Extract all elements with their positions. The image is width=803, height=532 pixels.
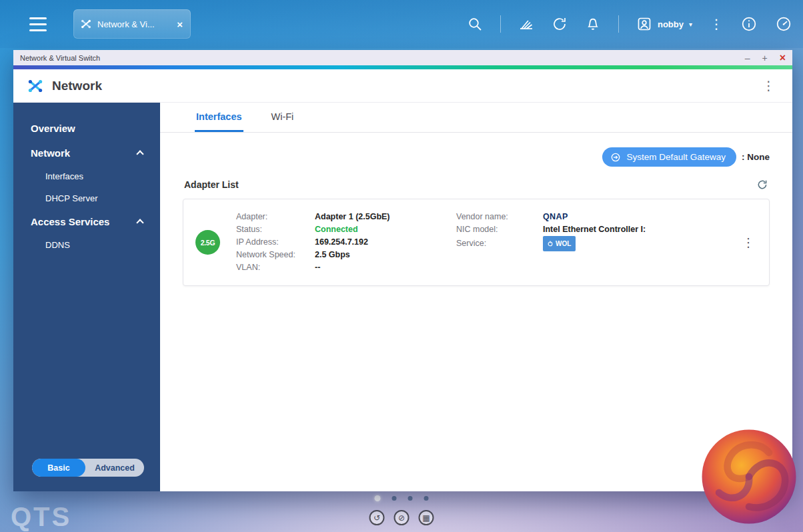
pager-dot-active[interactable] (375, 495, 381, 501)
pager-dot[interactable] (424, 496, 429, 501)
dashboard-icon[interactable] (775, 15, 792, 33)
interfaces-panel: System Default Gateway : None Adapter Li… (160, 133, 792, 491)
vlan-value: -- (315, 261, 320, 274)
maximize-button[interactable]: + (762, 53, 767, 63)
chevron-up-icon (136, 150, 143, 157)
adapter-list-header: Adapter List (184, 179, 768, 191)
adapter-list-title: Adapter List (184, 179, 239, 190)
basic-advanced-toggle: Basic Advanced (32, 459, 144, 477)
window-titlebar[interactable]: Network & Virtual Switch – + × (13, 50, 792, 65)
app-menu-kebab-icon[interactable]: ⋮ (758, 78, 779, 93)
taskbar-divider (500, 15, 501, 33)
show-desktop-icon[interactable]: ▦ (419, 510, 434, 525)
field-row: Network Speed: 2.5 Gbps (236, 249, 456, 261)
gateway-value: : None (742, 152, 770, 162)
help-icon[interactable] (740, 15, 758, 33)
gateway-icon (610, 152, 621, 163)
nic-model-value: Intel Ethernet Controller I: (543, 223, 646, 236)
page-title: Network (52, 79, 102, 93)
field-row: Adapter: Adapter 1 (2.5GbE) (236, 211, 456, 223)
sidebar-item-interfaces[interactable]: Interfaces (13, 165, 160, 187)
main-menu-icon[interactable] (29, 17, 47, 31)
taskbar-right: nobby ▾ ⋮ (467, 15, 803, 33)
taskbar-divider (618, 15, 619, 33)
network-app-icon (80, 18, 92, 30)
adapter-fields-left: Adapter: Adapter 1 (2.5GbE) Status: Conn… (236, 211, 456, 274)
pager-dot[interactable] (408, 496, 413, 501)
ip-address-value: 169.254.7.192 (315, 236, 368, 249)
tab-bar: Interfaces Wi-Fi (160, 103, 792, 133)
search-icon[interactable] (467, 16, 483, 32)
adapter-speed-badge: 2.5G (195, 230, 220, 255)
toggle-advanced[interactable]: Advanced (85, 463, 144, 473)
wol-service-badge: WOL (543, 236, 576, 251)
adapter-actions-kebab-icon[interactable]: ⋮ (738, 235, 758, 250)
prev-desktop-icon[interactable]: ↺ (369, 510, 385, 525)
kitguru-swirl-logo (699, 427, 799, 527)
resource-monitor-icon[interactable] (518, 16, 534, 32)
sidebar-item-ddns[interactable]: DDNS (13, 234, 160, 256)
field-row: IP Address: 169.254.7.192 (236, 236, 456, 249)
field-row: Status: Connected (236, 223, 456, 236)
network-speed-value: 2.5 Gbps (315, 249, 350, 261)
taskbar: Network & Vi... × (0, 0, 803, 48)
sidebar-item-access-services[interactable]: Access Services (13, 209, 160, 234)
taskbar-tab-label: Network & Vi... (97, 19, 170, 29)
field-row: Vendor name: QNAP (456, 211, 646, 223)
window-title: Network & Virtual Switch (20, 54, 100, 62)
adapter-fields-right: Vendor name: QNAP NIC model: Intel Ether… (456, 211, 646, 274)
sidebar-item-network[interactable]: Network (13, 141, 160, 165)
toggle-basic[interactable]: Basic (32, 459, 85, 477)
user-caret-down-icon: ▾ (689, 21, 692, 28)
field-row: Service: WOL (456, 236, 646, 251)
chevron-up-icon (136, 219, 143, 226)
app-header: Network ⋮ (13, 69, 792, 103)
notifications-icon[interactable] (585, 16, 601, 32)
field-row: NIC model: Intel Ethernet Controller I: (456, 223, 646, 236)
taskbar-tab-network[interactable]: Network & Vi... × (73, 9, 191, 39)
window-controls: – + × (745, 53, 786, 63)
status-badge: Connected (315, 223, 358, 236)
desktop-pager (375, 495, 429, 501)
adapter-card: 2.5G Adapter: Adapter 1 (2.5GbE) Status:… (183, 199, 770, 286)
tab-close-icon[interactable]: × (175, 18, 184, 31)
main-content: Interfaces Wi-Fi System Default Gateway (160, 103, 792, 491)
background-tasks-icon[interactable] (552, 16, 568, 32)
minimize-button[interactable]: – (745, 53, 750, 63)
user-avatar-icon (636, 16, 652, 32)
pager-dot[interactable] (392, 496, 397, 501)
refresh-icon[interactable] (756, 179, 768, 191)
system-default-gateway-button[interactable]: System Default Gateway (602, 147, 736, 167)
network-virtual-switch-window: Network & Virtual Switch – + × Network ⋮ (13, 50, 792, 491)
gateway-row: System Default Gateway : None (183, 147, 770, 167)
sidebar-item-dhcp-server[interactable]: DHCP Server (13, 187, 160, 209)
desktop-quick-buttons: ↺ ⊘ ▦ (369, 510, 434, 525)
qts-logo: QTS (11, 502, 71, 532)
sidebar: Overview Network Interfaces DHCP Server … (13, 103, 160, 491)
desktop-tools-icon[interactable]: ⊘ (394, 510, 410, 525)
power-icon (548, 241, 553, 247)
qts-desktop: Network & Vi... × (0, 0, 803, 532)
sidebar-item-overview[interactable]: Overview (13, 116, 160, 141)
more-apps-icon[interactable]: ⋮ (710, 17, 723, 31)
close-button[interactable]: × (780, 53, 786, 63)
tab-interfaces[interactable]: Interfaces (195, 103, 243, 132)
adapter-name-value: Adapter 1 (2.5GbE) (315, 211, 390, 223)
vendor-qnap-logo: QNAP (543, 211, 568, 223)
network-app-icon (27, 77, 44, 95)
username-label: nobby (658, 19, 684, 29)
user-menu[interactable]: nobby ▾ (636, 16, 692, 32)
field-row: VLAN: -- (236, 261, 456, 274)
tab-wifi[interactable]: Wi-Fi (270, 103, 295, 132)
